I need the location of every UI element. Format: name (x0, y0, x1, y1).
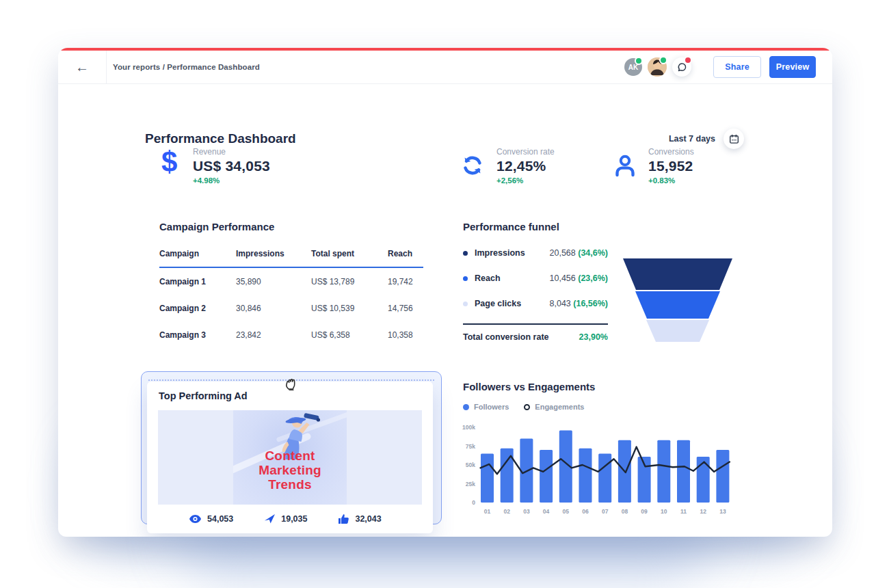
kpi-label: Conversions (648, 147, 694, 157)
kpi-value: 12,45% (496, 158, 555, 174)
x-axis-tick: 10 (661, 508, 667, 515)
table-cell: Campaign 3 (159, 330, 236, 340)
stage-percent: (23,6%) (578, 273, 608, 283)
table-cell: US$ 6,358 (311, 330, 388, 340)
kpi-conversion-rate: Conversion rate 12,45% +2,56% (461, 147, 555, 185)
ad-headline: Content Marketing Trends (233, 449, 347, 492)
x-axis-tick: 08 (622, 508, 628, 515)
shares-stat: 19,035 (265, 514, 307, 524)
stage-label: Reach (475, 273, 501, 283)
date-range-control: Last 7 days (669, 129, 744, 149)
arrow-left-icon: ← (75, 59, 89, 75)
table-cell: 35,890 (236, 277, 311, 286)
kpi-delta: +4.98% (193, 176, 270, 185)
calendar-icon (729, 134, 739, 144)
section-title: Performance funnel (463, 221, 608, 232)
table-row: Campaign 323,842US$ 6,35810,358 (159, 321, 423, 348)
followers-bar (716, 450, 729, 503)
chat-button[interactable] (672, 57, 691, 77)
ad-stats-row: 54,053 19,035 32,043 (147, 514, 433, 524)
funnel-chart (621, 257, 734, 346)
legend-ring-icon (524, 404, 530, 410)
send-icon (265, 514, 275, 524)
stage-value: 20,568 (34,6%) (550, 248, 609, 258)
table-cell: 23,842 (236, 330, 311, 340)
stage-value: 10,456 (23,6%) (550, 273, 609, 283)
app-window: ← Your reports / Performance Dashboard A… (58, 48, 832, 537)
stage-percent: (34,6%) (578, 248, 608, 258)
chart-legend: Followers Engagements (463, 403, 584, 411)
calendar-button[interactable] (724, 129, 744, 149)
kpi-label: Conversion rate (496, 147, 555, 157)
total-value: 23,90% (579, 332, 608, 342)
preview-button[interactable]: Preview (769, 56, 816, 78)
stage-percent: (16,56%) (573, 299, 608, 308)
section-title: Followers vs Engagements (463, 381, 595, 392)
dollar-icon: $ (161, 148, 177, 176)
kpi-delta: +0.83% (648, 176, 694, 185)
x-axis-tick: 11 (680, 508, 687, 515)
x-axis-tick: 12 (700, 508, 706, 515)
grabbing-cursor-icon (283, 373, 302, 392)
column-header: Impressions (236, 249, 311, 258)
column-header: Reach (388, 249, 423, 258)
views-stat: 54,053 (189, 514, 233, 524)
top-performing-ad-card[interactable]: Top Performing Ad Content Marketi (147, 382, 433, 533)
notification-dot (684, 56, 692, 64)
stat-value: 32,043 (355, 514, 381, 524)
avatar-initials[interactable]: AK (624, 58, 642, 76)
y-axis-tick: 25k (466, 481, 475, 487)
share-button[interactable]: Share (713, 56, 761, 78)
avatar-photo[interactable] (648, 57, 667, 77)
stat-value: 19,035 (281, 514, 307, 524)
legend-engagements: Engagements (524, 403, 584, 411)
back-button[interactable]: ← (58, 51, 107, 83)
table-cell: Campaign 1 (159, 277, 236, 286)
funnel-total-row: Total conversion rate 23,90% (463, 332, 608, 342)
stage-dot (463, 276, 468, 281)
x-axis-tick: 07 (602, 508, 609, 515)
x-axis-tick: 01 (484, 508, 491, 515)
x-axis-tick: 03 (523, 508, 530, 515)
y-axis-tick: 75k (466, 443, 475, 450)
stage-number: 10,456 (550, 273, 576, 283)
kpi-label: Revenue (193, 147, 270, 157)
ad-image: Content Marketing Trends (233, 410, 347, 505)
user-icon (614, 154, 636, 177)
online-status-dot (659, 56, 667, 64)
card-title: Top Performing Ad (159, 390, 248, 401)
stage-number: 8,043 (550, 299, 571, 308)
total-label: Total conversion rate (463, 332, 549, 342)
table-cell: 10,358 (388, 330, 423, 340)
table-cell: US$ 10,539 (311, 304, 388, 313)
followers-bar (579, 449, 592, 503)
page-title: Performance Dashboard (145, 131, 296, 146)
funnel-stage-row: Reach 10,456 (23,6%) (463, 273, 608, 283)
table-row: Campaign 135,890US$ 13,78919,742 (159, 268, 423, 295)
table-cell: 19,742 (388, 277, 423, 286)
table-cell: Campaign 2 (159, 304, 236, 313)
followers-bar (657, 440, 670, 503)
kpi-value: 15,952 (648, 158, 694, 174)
campaign-performance-section: Campaign Performance Campaign Impression… (159, 221, 423, 348)
followers-bar (677, 440, 690, 503)
x-axis-tick: 02 (503, 508, 510, 515)
funnel-stage-row: Page clicks 8,043 (16,56%) (463, 299, 608, 308)
y-axis-tick: 0 (472, 499, 475, 506)
stat-value: 54,053 (207, 514, 233, 524)
table-cell: 14,756 (388, 304, 423, 313)
stage-dot (463, 302, 468, 306)
stage-value: 8,043 (16,56%) (550, 299, 609, 308)
followers-bar (540, 450, 553, 503)
table-cell: 30,846 (236, 304, 311, 313)
campaign-table-body: Campaign 135,890US$ 13,78919,742Campaign… (159, 268, 423, 348)
y-axis-tick: 100k (462, 424, 475, 431)
legend-dot-icon (463, 404, 469, 410)
x-axis-tick: 04 (543, 508, 550, 515)
topbar-actions: AK Share Preview (624, 51, 816, 83)
kpi-revenue: $ Revenue US$ 34,053 +4.98% (161, 147, 270, 185)
date-range-label: Last 7 days (669, 134, 715, 144)
likes-stat: 32,043 (339, 514, 381, 524)
breadcrumb: Your reports / Performance Dashboard (113, 51, 260, 83)
legend-label: Followers (474, 403, 509, 411)
